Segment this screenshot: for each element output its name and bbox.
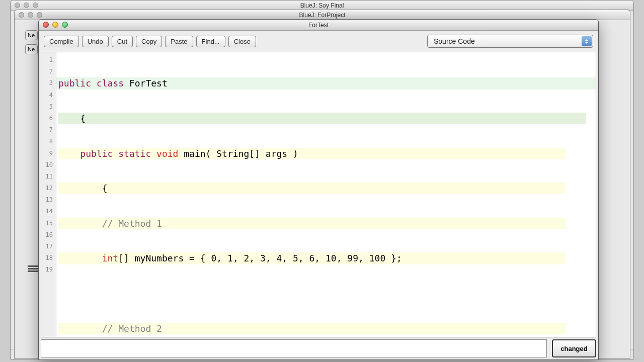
editor-toolbar: Compile Undo Cut Copy Paste Find... Clos… — [39, 31, 598, 52]
bg-titlebar-1: BlueJ: Soy Final — [11, 1, 633, 11]
paste-button[interactable]: Paste — [165, 36, 193, 47]
kw: public — [58, 148, 113, 159]
editor-window: ForTest Compile Undo Cut Copy Paste Find… — [38, 19, 599, 360]
ln: 11 — [41, 171, 56, 183]
bg-traffic-2 — [19, 12, 42, 18]
bg-traffic-1 — [15, 3, 38, 8]
txt: main( String[] args ) — [178, 148, 298, 159]
ln: 5 — [41, 101, 56, 113]
compile-button[interactable]: Compile — [44, 36, 79, 47]
kw: public — [58, 78, 91, 88]
undo-button[interactable]: Undo — [82, 36, 109, 47]
kw: static — [113, 148, 151, 159]
ln: 1 — [41, 54, 56, 66]
cmt: // Method 2 — [58, 323, 162, 334]
line-gutter: 1 2 3 4 5 6 7 8 9 10 11 12 13 14 15 16 1… — [41, 52, 56, 337]
code-line — [56, 288, 596, 299]
editor-titlebar[interactable]: ForTest — [39, 20, 598, 31]
editor-title: ForTest — [308, 22, 329, 29]
bg-title-2: BlueJ: ForProject — [299, 12, 345, 19]
bg-stack-icon — [28, 265, 39, 277]
ln: 7 — [41, 124, 56, 136]
kw: class — [91, 78, 124, 88]
changed-button[interactable]: changed — [552, 339, 596, 357]
cmt: // Method 1 — [58, 218, 162, 229]
bg-zoom-icon — [33, 3, 38, 8]
code-line: public static void main( String[] args ) — [56, 148, 596, 159]
editor-traffic — [43, 22, 68, 28]
bg-titlebar-2: BlueJ: ForProject — [15, 10, 630, 20]
code-line: int[] myNumbers = { 0, 1, 2, 3, 4, 5, 6,… — [56, 252, 596, 264]
message-box[interactable] — [41, 339, 547, 357]
bg-min-icon — [24, 3, 29, 8]
ln: 17 — [41, 241, 56, 252]
type: int — [58, 253, 118, 263]
view-dropdown[interactable]: Source Code — [427, 35, 593, 48]
txt: { — [58, 113, 86, 124]
bg-title-1: BlueJ: Soy Final — [300, 2, 344, 9]
close-button[interactable]: Close — [228, 36, 256, 47]
close-icon[interactable] — [43, 22, 49, 28]
code-editor[interactable]: public class ForTest { public static voi… — [56, 52, 596, 337]
minimize-icon[interactable] — [52, 22, 58, 28]
bg-zoom-icon-2 — [37, 12, 42, 18]
ln: 2 — [41, 66, 56, 77]
find-button[interactable]: Find... — [196, 36, 225, 47]
bg-close-icon-2 — [19, 12, 24, 18]
bg-side-buttons: Ne Ne — [25, 30, 38, 90]
ln: 15 — [41, 218, 56, 229]
ln: 13 — [41, 194, 56, 206]
editor-footer: changed — [41, 339, 596, 357]
copy-button[interactable]: Copy — [136, 36, 162, 47]
type: void — [151, 148, 178, 159]
dropdown-selected: Source Code — [434, 37, 475, 45]
chevron-updown-icon[interactable] — [582, 36, 592, 46]
ln: 10 — [41, 159, 56, 171]
changed-label: changed — [560, 345, 587, 352]
ln: 12 — [41, 183, 56, 194]
zoom-icon[interactable] — [62, 22, 68, 28]
txt: ForTest — [124, 78, 168, 88]
ln: 4 — [41, 89, 56, 101]
cut-button[interactable]: Cut — [112, 36, 133, 47]
code-line: // Method 2 — [56, 323, 596, 334]
ln: 9 — [41, 148, 56, 159]
bg-btn-new-2[interactable]: Ne — [25, 44, 38, 54]
ln: 3 — [41, 77, 56, 89]
ln: 8 — [41, 136, 56, 147]
ln: 18 — [41, 252, 56, 264]
ln: 6 — [41, 113, 56, 124]
txt: [] myNumbers = { 0, 1, 2, 3, 4, 5, 6, 10… — [118, 253, 402, 263]
ln: 19 — [41, 264, 56, 276]
code-line: { — [56, 113, 596, 124]
bg-min-icon-2 — [28, 12, 33, 18]
code-line: public class ForTest — [56, 77, 596, 89]
editor-body: 1 2 3 4 5 6 7 8 9 10 11 12 13 14 15 16 1… — [41, 52, 596, 337]
code-line: { — [56, 183, 596, 194]
bg-btn-new-1[interactable]: Ne — [25, 30, 38, 40]
bg-close-icon — [15, 3, 20, 8]
ln: 16 — [41, 229, 56, 241]
code-line: // Method 1 — [56, 218, 596, 229]
ln: 14 — [41, 206, 56, 217]
txt: { — [58, 183, 108, 194]
